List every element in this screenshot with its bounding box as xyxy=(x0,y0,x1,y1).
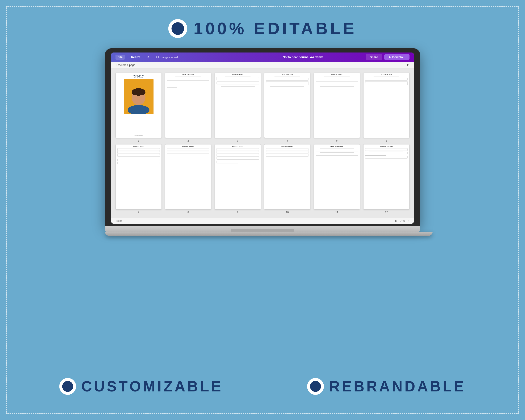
page-thumb-7[interactable]: BIGGEST FEARS • • • • • • xyxy=(115,144,162,210)
download-label: Downlo... xyxy=(392,56,405,59)
page-item-8[interactable]: BIGGEST FEARS • • • • • • xyxy=(165,144,211,214)
download-button[interactable]: ⬇ Downlo... xyxy=(384,54,410,60)
fear-box xyxy=(365,152,408,154)
customizable-label: CUSTOMIZABLE xyxy=(81,378,223,395)
fear-label: • • • • • • xyxy=(167,154,209,155)
line xyxy=(167,88,209,88)
rebrandable-badge: REBRANDABLE xyxy=(307,378,466,395)
fear-box xyxy=(167,159,209,161)
laptop-base xyxy=(105,226,420,232)
page-num-4: 4 xyxy=(287,139,288,142)
page-num-5: 5 xyxy=(336,139,338,142)
box xyxy=(266,78,309,81)
page-item-11[interactable]: FEAR OF FAILURE 11 xyxy=(314,144,360,214)
page-item-3[interactable]: FEAR ANALYSIS 3 xyxy=(215,73,261,142)
fear-box xyxy=(167,156,209,158)
fear-box xyxy=(167,162,209,164)
fear-box xyxy=(216,151,259,154)
analysis-page-3: FEAR ANALYSIS xyxy=(215,73,261,138)
download-icon: ⬇ xyxy=(388,56,391,59)
page-item-6[interactable]: FEAR ANALYSIS 6 xyxy=(363,73,410,142)
line xyxy=(175,76,201,76)
rebrandable-label: REBRANDABLE xyxy=(329,378,466,395)
page-item-12[interactable]: FEAR OF FAILURE 12 xyxy=(363,144,410,214)
line xyxy=(324,148,349,148)
page-thumb-8[interactable]: BIGGEST FEARS • • • • • • xyxy=(165,144,211,210)
page-item-4[interactable]: FEAR ANALYSIS 4 xyxy=(264,73,310,142)
box xyxy=(365,82,408,85)
line xyxy=(374,76,399,76)
fear-box xyxy=(216,157,259,160)
page-item-10[interactable]: BIGGEST FEARS 10 xyxy=(264,144,310,214)
zoom-level: 24% xyxy=(400,219,405,222)
line xyxy=(216,86,238,86)
notes-label[interactable]: Notes xyxy=(115,219,122,222)
analysis-page-5: FEAR ANALYSIS xyxy=(314,73,360,138)
toolbar-right: Share ⬇ Downlo... xyxy=(366,54,410,60)
fear-box xyxy=(167,148,209,151)
resize-button[interactable]: Resize xyxy=(129,55,142,60)
page-num-3: 3 xyxy=(237,139,239,142)
top-badge: 100% EDITABLE xyxy=(169,19,357,38)
page-thumb-9[interactable]: BIGGEST FEARS xyxy=(215,144,261,210)
deselect-label[interactable]: Deselect 1 page xyxy=(115,63,135,66)
biggest-title-9: BIGGEST FEARS xyxy=(216,146,259,147)
box xyxy=(365,78,408,81)
svg-rect-3 xyxy=(133,95,138,102)
page-thumb-1[interactable]: NO TO FEARJOURNAL xyxy=(115,73,162,138)
fear-box xyxy=(117,154,160,157)
fear-box xyxy=(216,161,259,163)
svg-point-2 xyxy=(132,88,146,96)
customizable-badge: CUSTOMIZABLE xyxy=(59,378,223,395)
line xyxy=(126,148,151,148)
page-num-6: 6 xyxy=(386,139,387,142)
fear-box xyxy=(266,154,309,157)
line xyxy=(221,86,255,86)
page-item-5[interactable]: FEAR ANALYSIS 5 xyxy=(314,73,360,142)
biggest-title-7: BIGGEST FEARS xyxy=(117,146,160,147)
cover-owner: This journal belongs to xyxy=(134,135,143,136)
page-item-2[interactable]: FEAR ANALYSIS ______________________ ___… xyxy=(165,73,211,142)
page-thumb-4[interactable]: FEAR ANALYSIS xyxy=(264,73,310,138)
page-item-7[interactable]: BIGGEST FEARS • • • • • • xyxy=(115,144,162,214)
bottom-badges: CUSTOMIZABLE REBRANDABLE xyxy=(59,378,466,395)
line xyxy=(122,165,156,165)
editable-label: 100% EDITABLE xyxy=(194,19,357,38)
box xyxy=(316,77,358,80)
biggest-page-10: BIGGEST FEARS xyxy=(264,144,310,209)
line xyxy=(171,77,205,77)
page-num-10: 10 xyxy=(286,211,289,214)
laptop-notch xyxy=(231,229,294,232)
failure-page-11: FEAR OF FAILURE xyxy=(314,144,360,209)
biggest-title-10: BIGGEST FEARS xyxy=(266,146,309,147)
page-thumb-2[interactable]: FEAR ANALYSIS ______________________ ___… xyxy=(165,73,211,138)
line xyxy=(167,89,188,89)
line xyxy=(320,86,354,86)
page-thumb-12[interactable]: FEAR OF FAILURE xyxy=(363,144,410,210)
line xyxy=(320,157,354,157)
undo-icon[interactable]: ↺ xyxy=(147,55,149,59)
page-thumb-5[interactable]: FEAR ANALYSIS xyxy=(314,73,360,138)
fear-box xyxy=(216,148,259,151)
page-thumb-6[interactable]: FEAR ANALYSIS xyxy=(363,73,410,138)
biggest-page-9: BIGGEST FEARS xyxy=(215,144,261,209)
page-item-1[interactable]: NO TO FEARJOURNAL xyxy=(115,73,162,142)
page-item-9[interactable]: BIGGEST FEARS 9 xyxy=(215,144,261,214)
analysis-title-3: FEAR ANALYSIS xyxy=(216,74,259,75)
line xyxy=(320,81,354,81)
fear-box xyxy=(316,153,358,156)
share-button[interactable]: Share xyxy=(366,54,382,60)
failure-page-12: FEAR OF FAILURE xyxy=(364,144,409,209)
line xyxy=(270,77,304,77)
page-thumb-11[interactable]: FEAR OF FAILURE xyxy=(314,144,360,210)
file-button[interactable]: File xyxy=(115,55,125,60)
line xyxy=(266,81,309,82)
line xyxy=(274,148,300,148)
page-num-8: 8 xyxy=(188,211,189,214)
fullscreen-icon[interactable]: ⤢ xyxy=(407,219,410,222)
line xyxy=(266,86,287,86)
box xyxy=(216,77,259,80)
page-thumb-10[interactable]: BIGGEST FEARS xyxy=(264,144,310,210)
page-thumb-3[interactable]: FEAR ANALYSIS xyxy=(215,73,261,138)
pages-grid: NO TO FEARJOURNAL xyxy=(111,68,414,218)
